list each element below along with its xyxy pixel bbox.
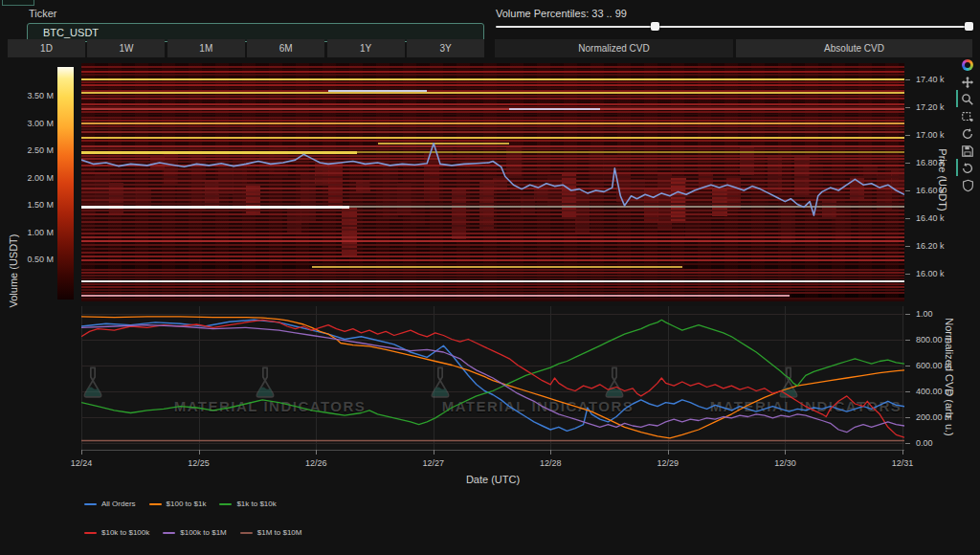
price-tick-mark bbox=[905, 163, 910, 164]
volume-percentiles-label: Volume Percentiles: 33 .. 99 bbox=[496, 8, 627, 19]
price-tick-label: 17.40 k bbox=[916, 75, 945, 84]
date-tick-label: 12/27 bbox=[422, 458, 444, 468]
date-tick-label: 12/24 bbox=[71, 458, 93, 468]
heatmap-plot[interactable] bbox=[81, 63, 904, 301]
timeframe-button-1m[interactable]: 1M bbox=[167, 39, 245, 57]
date-tick-label: 12/30 bbox=[774, 458, 796, 468]
price-axis-title: Price (USDT) bbox=[937, 148, 948, 211]
legend-item--10k-to-100k[interactable]: $10k to $100k bbox=[84, 528, 149, 537]
legend-swatch bbox=[219, 503, 232, 505]
x-axis-line bbox=[81, 450, 904, 451]
legend-swatch bbox=[149, 503, 162, 505]
timeframe-button-1w[interactable]: 1W bbox=[87, 39, 165, 57]
legend-label: $1M to $10M bbox=[257, 528, 302, 537]
pan-icon[interactable] bbox=[960, 75, 975, 89]
volume-tick-label: 2.50 M bbox=[10, 145, 54, 155]
timeframe-button-6m[interactable]: 6M bbox=[247, 39, 324, 57]
price-tick-label: 16.20 k bbox=[916, 241, 945, 251]
timeframe-button-3y[interactable]: 3Y bbox=[407, 39, 484, 57]
volume-colorbar bbox=[57, 67, 74, 300]
x-tick-mark bbox=[434, 450, 434, 455]
cvd-tick-label: 1.00 bbox=[916, 309, 933, 319]
modebar bbox=[958, 57, 977, 192]
legend-item-all-orders[interactable]: All Orders bbox=[84, 500, 136, 508]
save-icon[interactable] bbox=[960, 144, 975, 158]
date-tick-label: 12/26 bbox=[305, 458, 327, 468]
volume-tick-label: 1.50 M bbox=[10, 200, 54, 210]
date-tick-label: 12/25 bbox=[188, 458, 210, 468]
x-tick-mark bbox=[316, 450, 317, 455]
x-axis-title: Date (UTC) bbox=[466, 474, 520, 485]
volume-axis-title: Volume (USDT) bbox=[8, 233, 19, 307]
timeframe-button-1y[interactable]: 1Y bbox=[327, 39, 405, 57]
price-tick-label: 16.40 k bbox=[916, 213, 945, 223]
price-tick-mark bbox=[905, 135, 910, 136]
price-tick-mark bbox=[905, 79, 910, 80]
legend-item--100-to-1k[interactable]: $100 to $1k bbox=[149, 500, 207, 508]
legend-row: All Orders$100 to $1k$1k to $10k bbox=[84, 500, 301, 508]
cvd-button-normalized-cvd[interactable]: Normalized CVD bbox=[495, 39, 733, 57]
cvd-tick-mark bbox=[905, 391, 910, 392]
cvd-tick-mark bbox=[905, 443, 910, 444]
x-tick-mark bbox=[902, 450, 903, 455]
cvd-axis-title: Normalized CVD (arb. u.) bbox=[944, 318, 955, 435]
legend-label: $10k to $100k bbox=[101, 528, 149, 537]
box-select-icon[interactable] bbox=[960, 109, 975, 123]
reset-axes-icon[interactable] bbox=[960, 161, 975, 175]
price-tick-mark bbox=[905, 218, 910, 219]
firecharts-app: Ticker Volume Percentiles: 33 .. 99 1D1W… bbox=[0, 0, 980, 555]
cvd-button-absolute-cvd[interactable]: Absolute CVD bbox=[736, 39, 972, 57]
shield-icon[interactable] bbox=[960, 178, 975, 192]
legend-swatch bbox=[84, 532, 97, 534]
legend-label: $100 to $1k bbox=[167, 500, 207, 508]
legend-label: $100k to $1M bbox=[180, 528, 226, 537]
legend-item--1k-to-10k[interactable]: $1k to $10k bbox=[219, 500, 276, 508]
zoom-icon[interactable] bbox=[960, 92, 975, 106]
cvd-lines bbox=[81, 306, 904, 450]
legend: All Orders$100 to $1k$1k to $10k$10k to … bbox=[84, 500, 301, 555]
volume-tick-label: 3.00 M bbox=[10, 119, 54, 128]
cvd-tick-mark bbox=[905, 366, 910, 366]
refresh-icon[interactable] bbox=[960, 126, 975, 141]
price-tick-mark bbox=[905, 246, 910, 247]
price-line bbox=[81, 63, 904, 301]
legend-label: All Orders bbox=[101, 500, 136, 508]
price-tick-mark bbox=[905, 274, 910, 275]
cvd-plot[interactable]: MATERIAL INDICATORSMATERIAL INDICATORSMA… bbox=[81, 306, 904, 450]
x-tick-mark bbox=[81, 450, 82, 455]
volume-tick-label: 2.00 M bbox=[10, 173, 54, 183]
price-tick-label: 16.00 k bbox=[916, 269, 945, 278]
cvd-tick-mark bbox=[905, 417, 910, 418]
x-tick-mark bbox=[785, 450, 786, 455]
cvd-tick-label: 0.00 bbox=[916, 438, 933, 448]
plotly-logo-icon[interactable] bbox=[960, 57, 975, 72]
price-tick-mark bbox=[905, 190, 910, 191]
corner-fragment bbox=[2, 0, 34, 6]
date-tick-label: 12/28 bbox=[540, 458, 562, 468]
volume-percentiles-slider[interactable] bbox=[496, 26, 972, 28]
volume-tick-label: 3.50 M bbox=[10, 91, 54, 100]
slider-handle-high[interactable] bbox=[965, 22, 973, 31]
cvd-tick-mark bbox=[905, 314, 910, 315]
legend-swatch bbox=[163, 532, 175, 534]
price-tick-label: 17.00 k bbox=[916, 130, 945, 140]
timeframe-button-1d[interactable]: 1D bbox=[8, 39, 85, 57]
legend-label: $1k to $10k bbox=[236, 500, 276, 508]
date-tick-label: 12/31 bbox=[892, 458, 914, 468]
slider-handle-low[interactable] bbox=[651, 22, 659, 31]
price-tick-mark bbox=[905, 107, 910, 108]
cvd-tick-mark bbox=[905, 340, 910, 341]
x-tick-mark bbox=[550, 450, 551, 455]
price-tick-label: 17.20 k bbox=[916, 102, 945, 112]
legend-item--100k-to-1m[interactable]: $100k to $1M bbox=[163, 528, 226, 537]
legend-item--1m-to-10m[interactable]: $1M to $10M bbox=[240, 528, 302, 537]
x-tick-mark bbox=[668, 450, 669, 455]
legend-swatch bbox=[84, 503, 97, 505]
date-tick-label: 12/29 bbox=[657, 458, 679, 468]
ticker-label: Ticker bbox=[29, 8, 57, 19]
x-tick-mark bbox=[199, 450, 200, 455]
legend-swatch bbox=[240, 532, 253, 534]
legend-row: $10k to $100k$100k to $1M$1M to $10M bbox=[84, 528, 301, 537]
